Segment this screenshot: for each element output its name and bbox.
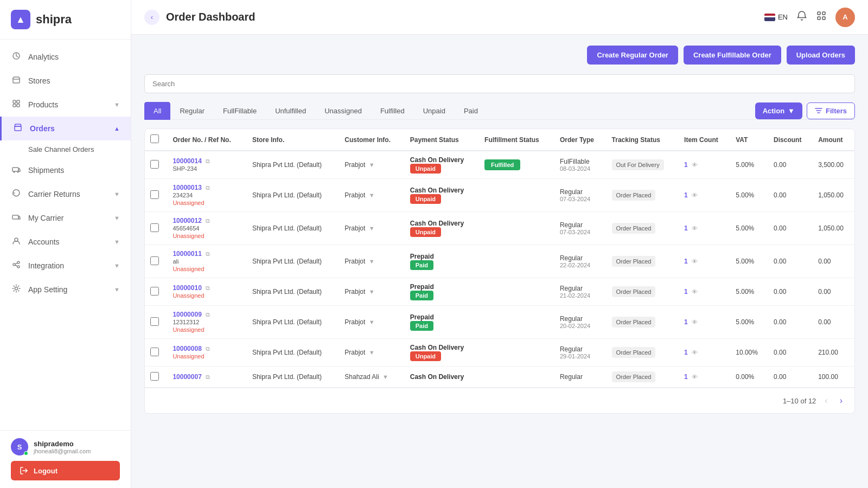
copy-icon[interactable]: ⧉ [206,311,210,318]
item-count-value[interactable]: 1 [684,258,688,265]
order-link[interactable]: 10000011 [173,250,201,258]
sidebar-item-my-carrier[interactable]: My Carrier ▼ [0,206,131,230]
customer-name: Prabjot [344,288,365,296]
sidebar-item-app-setting[interactable]: App Setting ▼ [0,278,131,301]
copy-icon[interactable]: ⧉ [206,184,210,191]
item-count-value[interactable]: 1 [684,288,688,296]
customer-dropdown-icon[interactable]: ▼ [369,192,375,198]
customer-dropdown-icon[interactable]: ▼ [369,258,375,265]
order-date: 07-03-2024 [560,196,601,202]
order-link[interactable]: 10000007 [173,373,201,381]
item-count-value[interactable]: 1 [684,191,688,199]
tab-unpaid[interactable]: Unpaid [414,102,455,120]
copy-icon[interactable]: ⧉ [206,158,210,164]
eye-icon[interactable]: 👁 [692,192,698,198]
tab-regular[interactable]: Regular [170,102,214,120]
sidebar-subitem-sale-channel-orders[interactable]: Sale Channel Orders [0,140,131,158]
payment-status-badge: Paid [410,291,433,300]
order-link[interactable]: 10000009 [173,311,201,318]
copy-icon[interactable]: ⧉ [206,285,210,291]
copy-icon[interactable]: ⧉ [206,217,210,224]
row-checkbox[interactable] [150,317,159,326]
row-order-type-cell: Regular [554,367,607,388]
item-count-value[interactable]: 1 [684,224,688,232]
pagination-text: 1–10 of 12 [783,397,816,405]
pagination-prev-button[interactable]: ‹ [821,395,831,407]
eye-icon[interactable]: 👁 [692,162,698,168]
payment-method: Prepaid [410,283,474,291]
notification-button[interactable] [796,10,807,24]
tab-unassigned[interactable]: Unassigned [315,102,371,120]
row-checkbox[interactable] [150,256,159,265]
customer-dropdown-icon[interactable]: ▼ [382,374,388,380]
order-link[interactable]: 10000008 [173,345,201,352]
select-all-checkbox[interactable] [150,134,159,143]
row-checkbox[interactable] [150,287,159,296]
amount-value: 1,050.00 [818,224,844,232]
eye-icon[interactable]: 👁 [692,374,698,380]
row-order-no-cell: 10000007 ⧉ [167,367,247,388]
col-vat: VAT [730,129,768,151]
create-fulfillable-order-button[interactable]: Create Fulfillable Order [684,46,781,65]
tab-paid[interactable]: Paid [455,102,487,120]
filter-button[interactable]: Filters [807,102,855,119]
item-count-value[interactable]: 1 [684,161,688,169]
logo-area[interactable]: ▲ shipra [0,0,131,40]
sidebar-item-carrier-returns[interactable]: Carrier Returns ▼ [0,182,131,206]
copy-icon[interactable]: ⧉ [206,345,210,352]
row-checkbox[interactable] [150,160,159,169]
user-topbar-avatar[interactable]: A [835,8,855,27]
row-item-count-cell: 1 👁 [679,179,730,212]
eye-icon[interactable]: 👁 [692,349,698,356]
sidebar-item-analytics[interactable]: Analytics [0,45,131,69]
upload-orders-button[interactable]: Upload Orders [787,46,855,65]
order-link[interactable]: 10000012 [173,217,201,224]
payment-method: Cash On Delivery [410,156,474,164]
customer-dropdown-icon[interactable]: ▼ [369,288,375,295]
eye-icon[interactable]: 👁 [692,319,698,325]
sidebar-item-stores[interactable]: Stores [0,69,131,93]
eye-icon[interactable]: 👁 [692,288,698,295]
sidebar-item-orders[interactable]: Orders ▲ [0,117,131,140]
tab-all[interactable]: All [144,102,170,120]
customer-dropdown-icon[interactable]: ▼ [369,319,375,325]
action-button[interactable]: Action ▼ [755,102,802,119]
sidebar-item-accounts[interactable]: Accounts ▼ [0,230,131,254]
eye-icon[interactable]: 👁 [692,258,698,265]
order-link[interactable]: 10000013 [173,184,201,191]
row-checkbox[interactable] [150,372,159,381]
copy-icon[interactable]: ⧉ [206,374,210,380]
customer-dropdown-icon[interactable]: ▼ [369,349,375,356]
row-checkbox[interactable] [150,348,159,356]
copy-icon[interactable]: ⧉ [206,251,210,257]
sidebar-item-integration[interactable]: Integration ▼ [0,254,131,278]
vat-value: 0.00% [736,373,754,381]
create-regular-order-button[interactable]: Create Regular Order [587,46,678,65]
customer-dropdown-icon[interactable]: ▼ [369,225,375,232]
apps-button[interactable] [816,10,827,24]
item-count-value[interactable]: 1 [684,318,688,326]
item-count-value[interactable]: 1 [684,373,688,381]
row-checkbox[interactable] [150,190,159,199]
language-selector[interactable]: EN [764,13,788,21]
accounts-arrow: ▼ [114,239,120,245]
row-item-count-cell: 1 👁 [679,151,730,179]
sidebar-collapse-button[interactable]: ‹ [144,10,159,25]
order-link[interactable]: 10000010 [173,284,201,292]
products-arrow: ▼ [114,101,120,108]
search-input[interactable] [144,74,855,93]
tab-fullfillable[interactable]: FullFillable [214,102,266,120]
tab-unfulfilled[interactable]: Unfulfilled [266,102,315,120]
table-row: 10000011 ⧉ ali Unassigned Shipra Pvt Ltd… [145,245,854,278]
pagination-next-button[interactable]: › [837,395,846,407]
row-checkbox[interactable] [150,223,159,232]
tab-fulfilled[interactable]: Fulfilled [371,102,414,120]
amount-value: 1,050.00 [818,191,844,199]
sidebar-item-shipments[interactable]: Shipments [0,158,131,182]
item-count-value[interactable]: 1 [684,349,688,356]
logout-button[interactable]: Logout [11,461,120,480]
order-link[interactable]: 10000014 [173,157,201,165]
eye-icon[interactable]: 👁 [692,225,698,232]
customer-dropdown-icon[interactable]: ▼ [369,162,375,168]
sidebar-item-products[interactable]: Products ▼ [0,93,131,117]
